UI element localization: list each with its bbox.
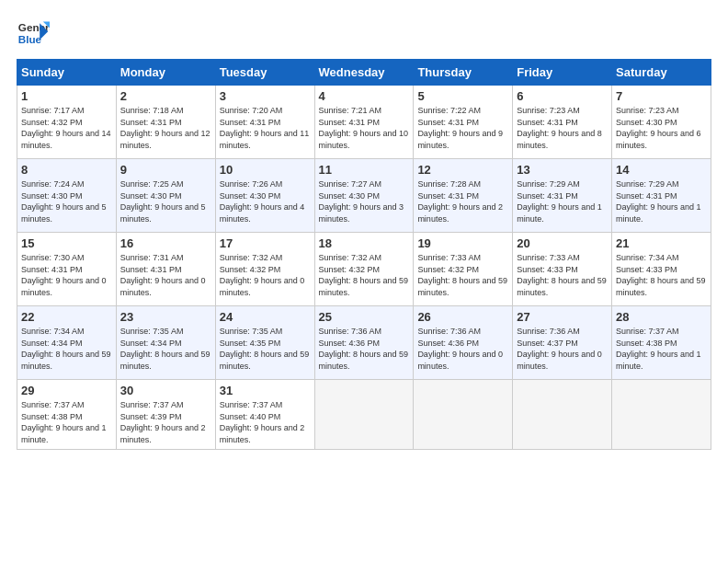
day-cell: 22 Sunrise: 7:34 AMSunset: 4:34 PMDaylig… (17, 306, 117, 380)
logo: General Blue (17, 17, 50, 50)
day-number: 26 (417, 310, 508, 324)
day-number: 14 (616, 163, 707, 177)
day-cell: 9 Sunrise: 7:25 AMSunset: 4:30 PMDayligh… (116, 159, 215, 233)
day-cell: 17 Sunrise: 7:32 AMSunset: 4:32 PMDaylig… (215, 233, 314, 306)
day-cell: 10 Sunrise: 7:26 AMSunset: 4:30 PMDaylig… (215, 159, 314, 233)
day-cell (414, 380, 513, 450)
day-cell: 6 Sunrise: 7:23 AMSunset: 4:31 PMDayligh… (513, 86, 612, 159)
day-number: 29 (21, 384, 112, 397)
day-number: 31 (220, 384, 311, 397)
day-info: Sunrise: 7:28 AMSunset: 4:31 PMDaylight:… (417, 179, 503, 224)
day-number: 27 (517, 310, 608, 324)
day-info: Sunrise: 7:23 AMSunset: 4:30 PMDaylight:… (616, 106, 701, 150)
day-info: Sunrise: 7:32 AMSunset: 4:32 PMDaylight:… (220, 253, 305, 297)
day-info: Sunrise: 7:34 AMSunset: 4:34 PMDaylight:… (21, 327, 111, 371)
week-row-4: 22 Sunrise: 7:34 AMSunset: 4:34 PMDaylig… (17, 306, 711, 380)
day-cell: 14 Sunrise: 7:29 AMSunset: 4:31 PMDaylig… (612, 159, 711, 233)
day-info: Sunrise: 7:33 AMSunset: 4:32 PMDaylight:… (417, 253, 507, 297)
col-header-thursday: Thursday (414, 60, 513, 86)
day-info: Sunrise: 7:30 AMSunset: 4:31 PMDaylight:… (21, 253, 107, 297)
day-cell: 23 Sunrise: 7:35 AMSunset: 4:34 PMDaylig… (116, 306, 215, 380)
header: General Blue (17, 17, 711, 50)
day-info: Sunrise: 7:37 AMSunset: 4:38 PMDaylight:… (616, 327, 701, 371)
day-info: Sunrise: 7:36 AMSunset: 4:37 PMDaylight:… (517, 327, 602, 371)
col-header-monday: Monday (116, 60, 215, 86)
day-info: Sunrise: 7:27 AMSunset: 4:30 PMDaylight:… (319, 179, 404, 224)
day-number: 20 (517, 236, 608, 250)
day-number: 4 (319, 89, 410, 103)
day-cell: 4 Sunrise: 7:21 AMSunset: 4:31 PMDayligh… (314, 86, 414, 159)
day-number: 23 (120, 310, 211, 324)
day-header-row: SundayMondayTuesdayWednesdayThursdayFrid… (17, 60, 711, 86)
day-cell: 7 Sunrise: 7:23 AMSunset: 4:30 PMDayligh… (612, 86, 711, 159)
day-cell: 31 Sunrise: 7:37 AMSunset: 4:40 PMDaylig… (215, 380, 314, 450)
day-number: 5 (417, 89, 508, 103)
day-cell (314, 380, 414, 450)
day-info: Sunrise: 7:20 AMSunset: 4:31 PMDaylight:… (220, 106, 310, 150)
day-info: Sunrise: 7:36 AMSunset: 4:36 PMDaylight:… (417, 327, 503, 371)
day-cell: 28 Sunrise: 7:37 AMSunset: 4:38 PMDaylig… (612, 306, 711, 380)
day-info: Sunrise: 7:24 AMSunset: 4:30 PMDaylight:… (21, 179, 107, 224)
day-info: Sunrise: 7:22 AMSunset: 4:31 PMDaylight:… (417, 106, 503, 150)
day-info: Sunrise: 7:35 AMSunset: 4:34 PMDaylight:… (120, 327, 210, 371)
calendar-table: SundayMondayTuesdayWednesdayThursdayFrid… (17, 59, 711, 450)
day-info: Sunrise: 7:31 AMSunset: 4:31 PMDaylight:… (120, 253, 206, 297)
day-cell: 16 Sunrise: 7:31 AMSunset: 4:31 PMDaylig… (116, 233, 215, 306)
day-number: 12 (417, 163, 508, 177)
day-cell: 19 Sunrise: 7:33 AMSunset: 4:32 PMDaylig… (414, 233, 513, 306)
day-number: 18 (319, 236, 410, 250)
day-info: Sunrise: 7:35 AMSunset: 4:35 PMDaylight:… (220, 327, 310, 371)
day-number: 2 (120, 89, 211, 103)
day-info: Sunrise: 7:36 AMSunset: 4:36 PMDaylight:… (319, 327, 409, 371)
day-number: 1 (21, 89, 112, 103)
day-cell: 30 Sunrise: 7:37 AMSunset: 4:39 PMDaylig… (116, 380, 215, 450)
day-info: Sunrise: 7:23 AMSunset: 4:31 PMDaylight:… (517, 106, 602, 150)
day-cell: 25 Sunrise: 7:36 AMSunset: 4:36 PMDaylig… (314, 306, 414, 380)
day-info: Sunrise: 7:21 AMSunset: 4:31 PMDaylight:… (319, 106, 409, 150)
week-row-1: 1 Sunrise: 7:17 AMSunset: 4:32 PMDayligh… (17, 86, 711, 159)
day-cell: 18 Sunrise: 7:32 AMSunset: 4:32 PMDaylig… (314, 233, 414, 306)
day-cell: 13 Sunrise: 7:29 AMSunset: 4:31 PMDaylig… (513, 159, 612, 233)
day-info: Sunrise: 7:17 AMSunset: 4:32 PMDaylight:… (21, 106, 111, 150)
day-number: 19 (417, 236, 508, 250)
day-cell: 15 Sunrise: 7:30 AMSunset: 4:31 PMDaylig… (17, 233, 117, 306)
col-header-friday: Friday (513, 60, 612, 86)
day-info: Sunrise: 7:37 AMSunset: 4:38 PMDaylight:… (21, 400, 107, 444)
col-header-wednesday: Wednesday (314, 60, 414, 86)
day-info: Sunrise: 7:29 AMSunset: 4:31 PMDaylight:… (517, 179, 602, 224)
day-number: 24 (220, 310, 311, 324)
day-number: 13 (517, 163, 608, 177)
day-number: 6 (517, 89, 608, 103)
day-number: 15 (21, 236, 112, 250)
day-cell: 21 Sunrise: 7:34 AMSunset: 4:33 PMDaylig… (612, 233, 711, 306)
day-info: Sunrise: 7:33 AMSunset: 4:33 PMDaylight:… (517, 253, 607, 297)
col-header-tuesday: Tuesday (215, 60, 314, 86)
day-number: 3 (220, 89, 311, 103)
day-info: Sunrise: 7:29 AMSunset: 4:31 PMDaylight:… (616, 179, 701, 224)
day-number: 8 (21, 163, 112, 177)
day-number: 17 (220, 236, 311, 250)
day-info: Sunrise: 7:34 AMSunset: 4:33 PMDaylight:… (616, 253, 706, 297)
week-row-2: 8 Sunrise: 7:24 AMSunset: 4:30 PMDayligh… (17, 159, 711, 233)
day-cell: 24 Sunrise: 7:35 AMSunset: 4:35 PMDaylig… (215, 306, 314, 380)
day-number: 11 (319, 163, 410, 177)
col-header-saturday: Saturday (612, 60, 711, 86)
day-cell: 26 Sunrise: 7:36 AMSunset: 4:36 PMDaylig… (414, 306, 513, 380)
day-cell (513, 380, 612, 450)
day-number: 7 (616, 89, 707, 103)
day-cell: 1 Sunrise: 7:17 AMSunset: 4:32 PMDayligh… (17, 86, 117, 159)
svg-text:Blue: Blue (18, 33, 42, 45)
week-row-5: 29 Sunrise: 7:37 AMSunset: 4:38 PMDaylig… (17, 380, 711, 450)
day-cell: 20 Sunrise: 7:33 AMSunset: 4:33 PMDaylig… (513, 233, 612, 306)
day-info: Sunrise: 7:37 AMSunset: 4:39 PMDaylight:… (120, 400, 206, 444)
day-number: 28 (616, 310, 707, 324)
day-number: 22 (21, 310, 112, 324)
day-number: 16 (120, 236, 211, 250)
day-info: Sunrise: 7:26 AMSunset: 4:30 PMDaylight:… (220, 179, 305, 224)
day-cell: 12 Sunrise: 7:28 AMSunset: 4:31 PMDaylig… (414, 159, 513, 233)
day-info: Sunrise: 7:18 AMSunset: 4:31 PMDaylight:… (120, 106, 210, 150)
day-cell: 27 Sunrise: 7:36 AMSunset: 4:37 PMDaylig… (513, 306, 612, 380)
col-header-sunday: Sunday (17, 60, 117, 86)
day-number: 9 (120, 163, 211, 177)
day-cell (612, 380, 711, 450)
